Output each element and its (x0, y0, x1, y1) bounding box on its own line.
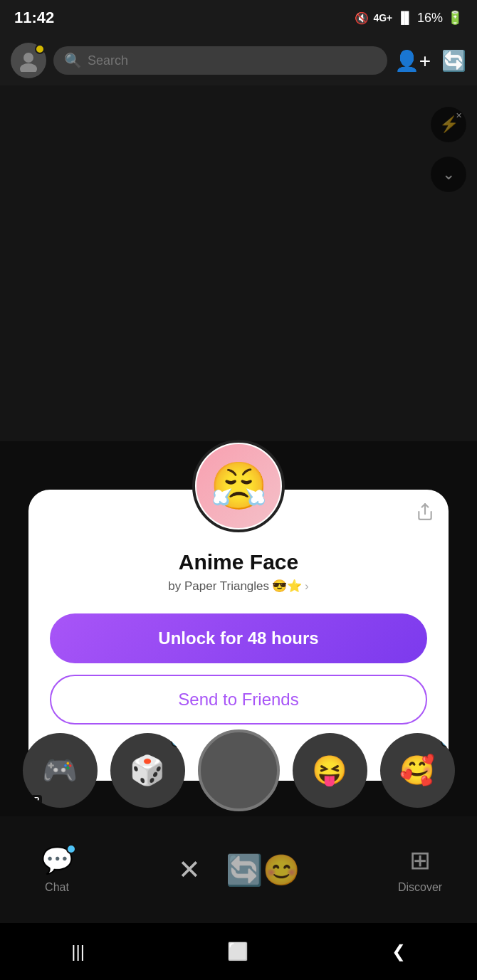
lens-item-capture[interactable] (198, 729, 280, 811)
lens-avatar-emoji: 😤 (196, 444, 281, 528)
home-button[interactable]: ⬜ (206, 934, 270, 969)
top-bar-actions: 👤+ 🔄 (394, 49, 466, 73)
lens-dot-1 (171, 736, 182, 747)
battery-icon: 🔋 (447, 10, 463, 26)
ar-badge: AR (26, 795, 43, 805)
top-bar: 🔍 👤+ 🔄 (0, 36, 477, 85)
lens-wink-emoji: 😝 (312, 754, 347, 787)
svg-point-0 (23, 53, 33, 63)
nav-discover[interactable]: ⊞ Discover (392, 845, 449, 894)
lens-carousel: 🎮 AR 🎲 😝 🥰 (0, 724, 477, 816)
lens-mystery-emoji: 🎲 (130, 754, 165, 787)
signal-icon: 4G+ (373, 12, 392, 23)
center-controls: ✕ 🔄😊 (178, 853, 300, 887)
lens-avatar-ring: 😤 (192, 440, 285, 532)
lens-dot-2 (441, 736, 452, 747)
recent-apps-button[interactable]: ||| (50, 934, 106, 969)
search-input[interactable] (88, 53, 377, 68)
bottom-nav: 💬 Chat ✕ 🔄😊 ⊞ Discover (0, 816, 477, 923)
avatar-status-dot (35, 44, 45, 54)
send-to-friends-button[interactable]: Send to Friends (50, 675, 427, 725)
status-icons: 🔇 4G+ ▐▌ 16% 🔋 (355, 10, 463, 26)
chat-icon: 💬 (41, 845, 73, 875)
lens-item-ar[interactable]: 🎮 AR (23, 733, 98, 808)
lens-ar-emoji: 🎮 (42, 754, 78, 787)
search-bar[interactable]: 🔍 (53, 46, 387, 75)
lens-title: Anime Face (179, 550, 298, 574)
share-button[interactable] (416, 502, 434, 526)
back-button[interactable]: ❮ (370, 934, 427, 969)
author-emojis: 😎⭐ (272, 579, 302, 594)
mute-icon: 🔇 (355, 11, 369, 25)
lens-avatar-wrapper: 😤 (192, 440, 285, 532)
chat-notification-dot (66, 844, 76, 854)
chat-label: Chat (45, 881, 69, 894)
status-time: 11:42 (14, 9, 54, 27)
battery-indicator: 16% (417, 11, 443, 26)
user-avatar-container[interactable] (11, 43, 46, 78)
unlock-button[interactable]: Unlock for 48 hours (50, 613, 427, 663)
add-friend-button[interactable]: 👤+ (394, 49, 431, 73)
face-swap-button[interactable]: 🔄😊 (226, 853, 300, 887)
close-button[interactable]: ✕ (178, 854, 201, 885)
nav-chat[interactable]: 💬 Chat (28, 845, 85, 894)
lens-item-mystery[interactable]: 🎲 (110, 733, 185, 808)
lens-author: by Paper Triangles 😎⭐ › (168, 579, 308, 594)
discover-label: Discover (398, 881, 442, 894)
lens-item-wink[interactable]: 😝 (293, 733, 367, 808)
author-prefix: by Paper Triangles (168, 579, 269, 594)
system-navigation: ||| ⬜ ❮ (0, 923, 477, 980)
network-bars-icon: ▐▌ (397, 11, 413, 24)
lens-item-cute[interactable]: 🥰 (380, 733, 455, 808)
lens-cute-emoji: 🥰 (399, 754, 435, 787)
discover-icon: ⊞ (409, 845, 431, 875)
flip-camera-button[interactable]: 🔄 (441, 49, 466, 73)
author-chevron-icon: › (305, 579, 309, 594)
status-bar: 11:42 🔇 4G+ ▐▌ 16% 🔋 (0, 0, 477, 36)
search-icon: 🔍 (64, 52, 82, 69)
svg-point-1 (20, 63, 37, 72)
